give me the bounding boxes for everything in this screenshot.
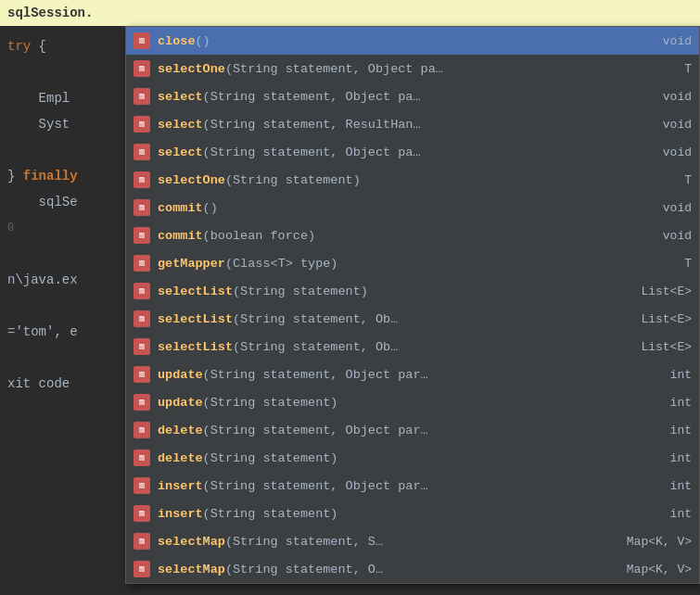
method-icon: m (134, 199, 150, 216)
autocomplete-item[interactable]: mdelete(String statement)int (126, 444, 699, 472)
method-params: (boolean force) (203, 229, 316, 243)
method-params: (String statement) (203, 396, 338, 410)
method-params: () (203, 201, 218, 215)
method-name: select (158, 90, 203, 104)
method-signature: selectMap(String statement, S… (158, 535, 619, 549)
autocomplete-item[interactable]: minsert(String statement)int (126, 500, 699, 527)
method-icon: m (134, 88, 150, 105)
method-name: selectOne (158, 173, 225, 187)
autocomplete-item[interactable]: mgetMapper(Class<T> type)T (126, 249, 699, 277)
method-signature: getMapper(Class<T> type) (158, 257, 619, 271)
return-type: void (627, 118, 692, 132)
method-signature: update(String statement) (158, 396, 619, 410)
method-name: delete (158, 451, 203, 465)
method-icon: m (134, 310, 150, 327)
code-line-finally: } finally (0, 163, 125, 189)
method-icon: m (134, 477, 150, 494)
method-icon: m (134, 116, 150, 133)
method-signature: insert(String statement) (158, 507, 619, 521)
autocomplete-item[interactable]: mcommit()void (126, 194, 699, 222)
return-type: int (627, 479, 692, 493)
autocomplete-item[interactable]: mselectOne(String statement, Object pa…T (126, 55, 699, 82)
autocomplete-item[interactable]: mselectList(String statement)List<E> (126, 277, 699, 305)
top-bar-text: sqlSession. (7, 6, 93, 20)
method-icon: m (134, 449, 150, 466)
method-signature: selectOne(String statement) (158, 173, 619, 187)
autocomplete-item[interactable]: mselect(String statement, Object pa…void (126, 138, 699, 166)
return-type: void (627, 34, 692, 48)
autocomplete-item[interactable]: mselectMap(String statement, S…Map<K, V> (126, 527, 699, 555)
autocomplete-item[interactable]: mselectMap(String statement, O…Map<K, V> (126, 555, 699, 583)
method-params: () (196, 34, 210, 48)
method-params: (String statement) (233, 285, 368, 298)
method-signature: close() (158, 34, 619, 48)
method-name: selectList (158, 312, 233, 326)
autocomplete-item[interactable]: mselectOne(String statement)T (126, 166, 699, 194)
autocomplete-item[interactable]: mupdate(String statement, Object par…int (126, 361, 699, 388)
autocomplete-item[interactable]: mselect(String statement, Object pa…void (126, 82, 699, 110)
return-type: Map<K, V> (627, 563, 692, 576)
method-params: (String statement) (203, 507, 338, 521)
return-type: void (627, 146, 692, 159)
method-params: (Class<T> type) (225, 257, 338, 271)
code-line-blank1 (0, 59, 125, 85)
method-signature: select(String statement, ResultHan… (158, 118, 619, 132)
code-line-empl: Empl (0, 85, 125, 111)
method-name: selectMap (158, 563, 225, 576)
return-type: int (627, 451, 692, 465)
autocomplete-item[interactable]: mdelete(String statement, Object par…int (126, 416, 699, 444)
code-line-blank2 (0, 137, 125, 163)
method-icon: m (134, 366, 150, 383)
method-signature: select(String statement, Object pa… (158, 146, 619, 159)
autocomplete-item[interactable]: mselectList(String statement, Ob…List<E> (126, 305, 699, 333)
method-icon: m (134, 144, 150, 160)
return-type: void (627, 201, 692, 215)
method-params: (String statement, Ob… (233, 340, 398, 354)
method-params: (String statement, Object pa… (225, 62, 443, 76)
method-icon: m (134, 255, 150, 272)
method-params: (String statement, Object pa… (203, 90, 421, 104)
method-params: (String statement, Object par… (203, 368, 428, 382)
return-type: List<E> (627, 312, 692, 326)
return-type: Map<K, V> (627, 535, 692, 549)
method-name: selectList (158, 340, 233, 354)
method-params: (String statement) (203, 451, 338, 465)
method-signature: selectOne(String statement, Object pa… (158, 62, 619, 76)
code-line-blank3 (0, 241, 125, 267)
autocomplete-item[interactable]: mcommit(boolean force)void (126, 222, 699, 249)
autocomplete-dropdown[interactable]: mclose()voidmselectOne(String statement,… (125, 26, 700, 584)
method-name: selectList (158, 285, 233, 298)
method-params: (String statement, Object par… (203, 479, 428, 493)
method-params: (String statement) (225, 173, 361, 187)
return-type: int (627, 368, 692, 382)
method-icon: m (134, 422, 150, 438)
method-signature: update(String statement, Object par… (158, 368, 619, 382)
method-signature: commit(boolean force) (158, 229, 619, 243)
method-signature: selectMap(String statement, O… (158, 563, 619, 576)
method-signature: delete(String statement) (158, 451, 619, 465)
code-line-0: 0 (0, 215, 125, 241)
autocomplete-item[interactable]: mupdate(String statement)int (126, 388, 699, 416)
method-name: insert (158, 479, 203, 493)
return-type: List<E> (627, 340, 692, 354)
method-name: update (158, 396, 203, 410)
method-signature: commit() (158, 201, 619, 215)
method-name: getMapper (158, 257, 225, 271)
code-line-tom: ='tom', e (0, 319, 125, 345)
return-type: void (627, 229, 692, 243)
code-line-java: n\java.ex (0, 267, 125, 293)
autocomplete-item[interactable]: minsert(String statement, Object par…int (126, 472, 699, 500)
code-line-blank4 (0, 293, 125, 319)
autocomplete-item[interactable]: mselect(String statement, ResultHan…void (126, 110, 699, 138)
method-icon: m (134, 533, 150, 550)
method-params: (String statement, ResultHan… (203, 118, 421, 132)
method-params: (String statement, Object par… (203, 424, 428, 437)
return-type: T (627, 257, 692, 271)
method-icon: m (134, 171, 150, 188)
method-params: (String statement, Ob… (233, 312, 398, 326)
method-name: selectOne (158, 62, 225, 76)
autocomplete-item[interactable]: mselectList(String statement, Ob…List<E> (126, 333, 699, 361)
method-name: select (158, 118, 203, 132)
code-line-try: try { (0, 33, 125, 59)
autocomplete-item[interactable]: mclose()void (126, 27, 699, 55)
